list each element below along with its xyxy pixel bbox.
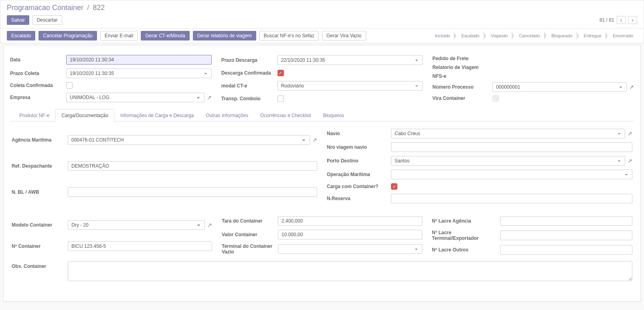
tab-outras-info[interactable]: Outras Informações <box>200 109 254 122</box>
tab-bloqueios[interactable]: Bloqueios <box>317 109 350 122</box>
label-carga-container: Carga com Container? <box>327 184 387 189</box>
data-field[interactable] <box>66 55 212 65</box>
nro-viagem-field[interactable] <box>391 142 632 152</box>
label-modal-cte: modal CT-e <box>221 83 273 89</box>
prazo-coleta-field[interactable] <box>66 69 212 78</box>
nav-tabs: Produto/ NF-e Carga/Documentação Informa… <box>10 109 634 122</box>
tab-content: Agência Marítima ↗ Ref. Despachante N. B… <box>10 122 634 295</box>
container-col-3: Nº Lacre Agência Nº Lacre Terminal/Expor… <box>432 216 632 255</box>
label-lacre-terminal: Nº Lacre Terminal/Exportador <box>432 230 496 241</box>
descarga-confirmada-checkbox[interactable]: ✓ <box>277 70 284 76</box>
label-vira-container: Vira Container <box>432 95 488 101</box>
prazo-descarga-field[interactable] <box>277 55 423 65</box>
pager: 81 / 81 ‹ › <box>599 16 637 24</box>
lacre-terminal-field[interactable] <box>500 231 632 240</box>
status-bloqueado[interactable]: Bloqueado <box>544 32 577 40</box>
n-container-field[interactable] <box>68 241 212 251</box>
label-tara-container: Tara do Container <box>222 218 274 224</box>
label-relatorio-viagem: Relatorio de Viagem <box>432 65 488 70</box>
label-obs-container: Obs. Container <box>12 261 64 269</box>
porto-destino-external-link-icon[interactable]: ↗ <box>628 158 632 164</box>
status-incluido[interactable]: Incluido <box>428 32 454 40</box>
modelo-container-field[interactable] <box>68 220 205 230</box>
container-group: Modelo Container ↗ Nº Container Tara do … <box>12 216 632 255</box>
obs-container-field[interactable] <box>68 261 632 281</box>
enviar-email-button[interactable]: Enviar E-mail <box>100 31 138 41</box>
label-porto-destino: Porto Destino <box>327 158 387 164</box>
numero-processo-field[interactable] <box>492 82 627 92</box>
buscar-nfe-button[interactable]: Buscar NF-e's no Sefaz <box>259 31 319 41</box>
obs-inner: Obs. Container <box>12 261 632 281</box>
tab-carga-documentacao[interactable]: Carga/Documentação <box>55 109 114 122</box>
label-agencia-maritima: Agência Marítima <box>12 137 64 143</box>
label-operacao-maritima: Operação Marítima <box>327 172 387 177</box>
empresa-external-link-icon[interactable]: ↗ <box>207 94 212 101</box>
n-bl-awb-field[interactable] <box>68 187 317 197</box>
pager-prev-button[interactable]: ‹ <box>617 16 626 24</box>
ref-despachante-field[interactable] <box>68 161 317 171</box>
gerar-cte-button[interactable]: Gerar CT-e/Minuta <box>141 31 189 41</box>
label-n-container: Nº Container <box>12 243 64 249</box>
terminal-vazio-field[interactable] <box>278 244 422 254</box>
edit-buttons: Salvar Descartar <box>7 15 64 25</box>
breadcrumb-root[interactable]: Programacao Container <box>7 4 83 12</box>
numero-processo-external-link-icon[interactable]: ↗ <box>629 84 634 90</box>
status-encerrado[interactable]: Encerrado <box>606 32 637 40</box>
agencia-maritima-field[interactable] <box>68 135 310 145</box>
form-sheet: Data Prazo Coleta Coleta Confirmada Empr… <box>3 45 641 302</box>
container-col-2: Tara do Container Valor Container Termin… <box>222 216 422 255</box>
modelo-container-external-link-icon[interactable]: ↗ <box>207 222 212 228</box>
discard-button[interactable]: Descartar <box>32 15 62 25</box>
lacre-agencia-field[interactable] <box>500 216 632 226</box>
label-empresa: Empresa <box>10 95 62 100</box>
notebook: Produto/ NF-e Carga/Documentação Informa… <box>10 109 634 295</box>
porto-destino-field[interactable] <box>391 156 625 166</box>
label-n-reserva: N.Reserva <box>327 196 387 201</box>
n-reserva-field[interactable] <box>391 194 632 203</box>
transp-comboio-checkbox[interactable] <box>277 95 284 102</box>
label-numero-processo: Número Processo <box>432 84 488 90</box>
save-button[interactable]: Salvar <box>7 15 29 25</box>
modal-cte-field[interactable] <box>277 81 423 91</box>
label-lacre-outros: Nº Lacre Outros <box>432 247 496 253</box>
navio-external-link-icon[interactable]: ↗ <box>628 130 632 137</box>
label-valor-container: Valor Container <box>222 232 274 237</box>
header-group: Data Prazo Coleta Coleta Confirmada Empr… <box>10 55 634 102</box>
escalado-button[interactable]: Escalado <box>7 31 35 41</box>
gerar-relatorio-button[interactable]: Gerar relatório de viagem <box>193 31 256 41</box>
status-entregue[interactable]: Entregue <box>577 32 606 40</box>
navio-field[interactable] <box>391 129 625 138</box>
tab-produto-nfe[interactable]: Produto/ NF-e <box>13 109 55 122</box>
label-lacre-agencia: Nº Lacre Agência <box>432 218 496 224</box>
cancelar-programacao-button[interactable]: Cancelar Programação <box>38 31 97 41</box>
control-panel: Programacao Container / 822 Salvar Desca… <box>0 0 644 28</box>
label-coleta-confirmada: Coleta Confirmada <box>10 83 62 88</box>
label-data: Data <box>10 57 62 63</box>
label-nro-viagem: Nro viagem navio <box>327 144 387 150</box>
status-cancelado[interactable]: Cancelado <box>512 32 544 40</box>
label-transp-comboio: Transp. Comboio <box>221 96 273 101</box>
tab-ocorrencias-checklist[interactable]: Ocorrências e Checklist <box>254 109 317 122</box>
tab-info-carga-descarga[interactable]: Informações de Carga e Descarga <box>114 109 200 122</box>
tara-container-field[interactable] <box>278 216 422 226</box>
lacre-outros-field[interactable] <box>500 245 632 255</box>
header-col-1: Data Prazo Coleta Coleta Confirmada Empr… <box>10 55 212 102</box>
vira-container-checkbox <box>492 95 499 101</box>
label-prazo-descarga: Prazo Descarga <box>221 57 273 63</box>
breadcrumb: Programacao Container / 822 <box>7 4 637 12</box>
label-modelo-container: Modelo Container <box>12 222 64 228</box>
carga-doc-top-group: Agência Marítima ↗ Ref. Despachante N. B… <box>12 129 632 203</box>
statusbar-buttons: Escalado Cancelar Programação Enviar E-m… <box>7 31 368 41</box>
operacao-maritima-field[interactable] <box>391 170 632 179</box>
status-escalado[interactable]: Escalado <box>454 32 483 40</box>
coleta-confirmada-checkbox[interactable] <box>66 82 73 89</box>
label-navio: Navio <box>327 131 387 136</box>
empresa-field[interactable] <box>66 93 205 102</box>
carga-container-checkbox[interactable]: ✓ <box>391 183 397 190</box>
status-viajando[interactable]: Viajando <box>484 32 512 40</box>
agencia-maritima-external-link-icon[interactable]: ↗ <box>312 137 317 143</box>
pager-next-button[interactable]: › <box>628 16 637 24</box>
carga-doc-col-right: Navio ↗ Nro viagem navio Porto Destino ↗ <box>327 129 632 203</box>
gerar-vira-button[interactable]: Gerar Vira Vazio <box>322 31 366 41</box>
valor-container-field[interactable] <box>278 230 422 239</box>
